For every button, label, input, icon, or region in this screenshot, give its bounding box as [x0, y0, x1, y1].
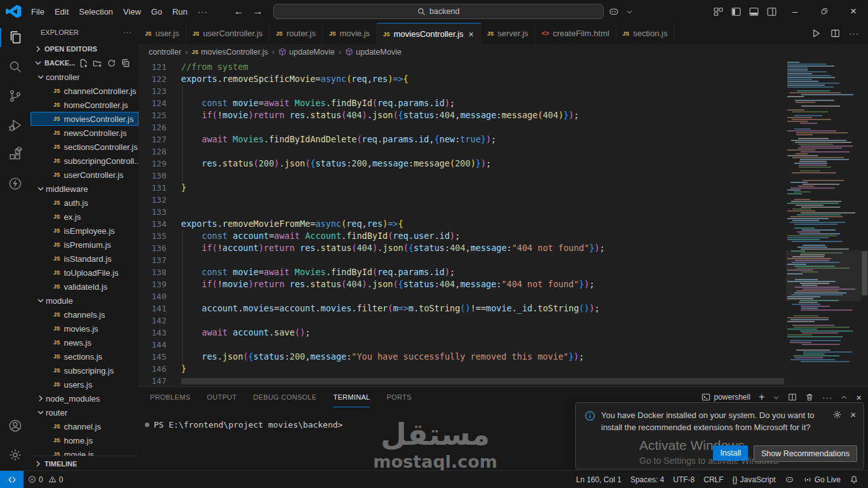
- toggle-sidebar-icon[interactable]: [727, 3, 745, 20]
- code-line-141[interactable]: 141 account.movies=account.movies.filter…: [139, 302, 786, 315]
- file-subscripingcontroll-[interactable]: JSsubscripingControll...: [31, 154, 139, 168]
- code-line-126[interactable]: 126: [139, 121, 786, 133]
- panel-tab-debug-console[interactable]: DEBUG CONSOLE: [254, 387, 317, 407]
- code-line-134[interactable]: 134exports.removeMovieFromMe=async(req,r…: [139, 218, 786, 230]
- file-subscriping-js[interactable]: JSsubscriping.js: [31, 363, 139, 377]
- file-news-js[interactable]: JSnews.js: [31, 336, 139, 349]
- code-line-132[interactable]: 132: [139, 194, 786, 206]
- notifications-bell-icon[interactable]: [845, 471, 863, 488]
- project-section[interactable]: BACKE...: [31, 56, 139, 70]
- extensions-icon[interactable]: [0, 140, 31, 169]
- open-editors-section[interactable]: OPEN EDITORS: [31, 42, 139, 56]
- forward-arrow-icon[interactable]: →: [253, 6, 263, 17]
- tab-user-js[interactable]: JSuser.js: [139, 23, 186, 44]
- file-homecontroller-js[interactable]: JShomeController.js: [31, 98, 139, 112]
- kill-terminal-icon[interactable]: [805, 393, 814, 402]
- file-users-js[interactable]: JSusers.js: [31, 377, 139, 391]
- code-line-130[interactable]: 130: [139, 170, 786, 182]
- refresh-icon[interactable]: [107, 58, 116, 68]
- breadcrumb-item[interactable]: JSmoviesController.js: [192, 48, 268, 57]
- command-center-search[interactable]: backend: [273, 4, 604, 19]
- install-button[interactable]: Install: [713, 445, 748, 461]
- file-ex-js[interactable]: JSex.js: [31, 210, 139, 224]
- folder-controller[interactable]: controller: [31, 70, 139, 84]
- indentation[interactable]: Spaces: 4: [626, 471, 668, 488]
- notification-settings-icon[interactable]: [832, 410, 842, 419]
- file-usercontroller-js[interactable]: JSuserController.js: [31, 168, 139, 182]
- file-sections-js[interactable]: JSsections.js: [31, 349, 139, 363]
- folder-module[interactable]: module: [31, 294, 139, 308]
- code-line-123[interactable]: 123: [139, 85, 786, 97]
- file-newscontroller-js[interactable]: JSnewsController.js: [31, 126, 139, 140]
- tab-moviescontroller-js[interactable]: JSmoviesController.js×: [377, 23, 480, 45]
- breadcrumb-item[interactable]: updateMovie: [345, 48, 402, 57]
- explorer-more-icon[interactable]: ···: [123, 29, 132, 36]
- file-sectionscontroller-js[interactable]: JSsectionsController.js: [31, 140, 139, 154]
- code-line-143[interactable]: 143 await account.save();: [139, 327, 786, 339]
- problems-indicator[interactable]: 0 0: [24, 471, 67, 488]
- tab-movie-js[interactable]: JSmovie.js: [323, 23, 377, 44]
- code-line-138[interactable]: 138 const movie=await Movies.findById(re…: [139, 266, 786, 278]
- close-tab-icon[interactable]: ×: [468, 29, 473, 39]
- code-line-140[interactable]: 140: [139, 290, 786, 302]
- copilot-chevron-down-icon[interactable]: [624, 3, 634, 20]
- show-recommendations-button[interactable]: Show Recommendations: [754, 445, 857, 462]
- menu-run[interactable]: Run: [167, 5, 193, 18]
- horizontal-scrollbar[interactable]: [181, 378, 784, 384]
- split-terminal-icon[interactable]: [788, 393, 797, 402]
- panel-tab-output[interactable]: OUTPUT: [207, 387, 237, 407]
- file-moviescontroller-js[interactable]: JSmoviesController.js: [31, 112, 139, 126]
- eol-sequence[interactable]: CRLF: [699, 471, 728, 488]
- file-channels-js[interactable]: JSchannels.js: [31, 308, 139, 322]
- menu-edit[interactable]: Edit: [50, 5, 74, 18]
- menu-selection[interactable]: Selection: [74, 5, 118, 18]
- run-file-icon[interactable]: [808, 26, 824, 41]
- timeline-section[interactable]: TIMELINE: [31, 456, 139, 471]
- toggle-secondary-sidebar-icon[interactable]: [763, 3, 780, 20]
- breadcrumb-item[interactable]: controller: [149, 48, 181, 57]
- file-home-js[interactable]: JShome.js: [31, 433, 139, 447]
- menu-file[interactable]: File: [26, 5, 50, 18]
- settings-icon[interactable]: [0, 440, 31, 470]
- code-line-145[interactable]: 145 res.json({status:200,message:"You ha…: [139, 351, 786, 363]
- code-line-127[interactable]: 127 await Movies.findByIdAndDelete(req.p…: [139, 133, 786, 146]
- tab-usercontroller-js[interactable]: JSuserController.js: [186, 23, 269, 44]
- code-line-139[interactable]: 139 if(!movie)return res.status(404).jso…: [139, 278, 786, 290]
- file-channelcontroller-js[interactable]: JSchannelController.js: [31, 84, 139, 98]
- code-line-146[interactable]: 146}: [139, 363, 786, 375]
- remote-indicator[interactable]: [0, 471, 24, 488]
- menu-overflow-icon[interactable]: ···: [193, 5, 213, 18]
- minimize-button[interactable]: –: [780, 1, 810, 23]
- terminal-prompt-line[interactable]: PS E:\frontend\project movies\backend>: [145, 420, 342, 430]
- copilot-status-icon[interactable]: [780, 471, 799, 488]
- minimap[interactable]: [786, 60, 861, 383]
- code-line-142[interactable]: 142: [139, 315, 786, 327]
- folder-router[interactable]: router: [31, 405, 139, 419]
- close-panel-icon[interactable]: ×: [856, 392, 862, 403]
- code-line-133[interactable]: 133: [139, 206, 786, 218]
- toggle-panel-icon[interactable]: [745, 3, 763, 20]
- search-icon[interactable]: [0, 52, 31, 81]
- new-file-icon[interactable]: [79, 58, 88, 68]
- panel-tab-problems[interactable]: PROBLEMS: [150, 387, 191, 407]
- file-channel-js[interactable]: JSchannel.js: [31, 419, 139, 433]
- code-line-129[interactable]: 129 res.status(200).json({status:200,mes…: [139, 158, 786, 170]
- new-folder-icon[interactable]: [93, 58, 102, 68]
- tab-router-js[interactable]: JSrouter.js: [269, 23, 323, 44]
- split-editor-icon[interactable]: [827, 26, 843, 41]
- vertical-scrollbar[interactable]: [862, 251, 867, 295]
- code-line-128[interactable]: 128: [139, 146, 786, 158]
- back-arrow-icon[interactable]: ←: [234, 6, 244, 17]
- file-validateid-js[interactable]: JSvalidateId.js: [31, 280, 139, 294]
- minimap-slider[interactable]: [786, 250, 861, 301]
- code-line-121[interactable]: 121//from system: [139, 61, 786, 73]
- customize-layout-icon[interactable]: [709, 3, 727, 20]
- notification-close-icon[interactable]: ×: [850, 410, 856, 419]
- folder-node-modules[interactable]: node_modules: [31, 391, 139, 405]
- panel-more-icon[interactable]: ···: [822, 393, 832, 402]
- tab-section-js[interactable]: JSsection.js: [616, 23, 675, 44]
- maximize-panel-icon[interactable]: [841, 394, 848, 401]
- code-line-136[interactable]: 136 if(!account)return res.status(404).j…: [139, 242, 786, 254]
- menu-view[interactable]: View: [118, 5, 146, 18]
- editor-more-icon[interactable]: ···: [846, 26, 862, 41]
